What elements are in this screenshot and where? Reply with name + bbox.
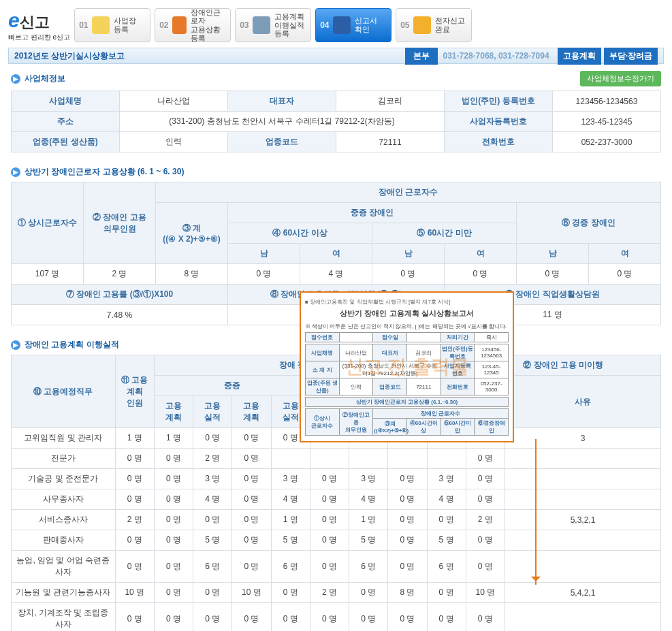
edit-company-button[interactable]: 사업체정보수정가기: [580, 71, 661, 86]
table-row: 판매종사자0 명0 명5 명0 명5 명0 명5 명0 명5 명0 명: [12, 530, 661, 551]
step-01[interactable]: 01사업장등록: [74, 8, 150, 42]
table-row: 장치, 기계조작 및 조립종사자0 명0 명0 명0 명0 명0 명0 명0 명…: [12, 603, 661, 632]
tab-employment-plan[interactable]: 고용계획: [558, 48, 601, 65]
table-row: 전문가0 명0 명2 명0 명0 명: [12, 449, 661, 469]
section-title-company: 사업체정보: [25, 73, 65, 84]
section-title-status: 상반기 장애인근로자 고용상황 (6. 1 ~ 6. 30): [25, 166, 184, 178]
tab-headquarters[interactable]: 본부: [405, 48, 438, 65]
table-row: 사무종사자0 명0 명4 명0 명4 명0 명4 명0 명4 명0 명: [12, 489, 661, 510]
worker-icon: [172, 16, 187, 34]
page-title: 2012년도 상반기실시상황보고: [14, 50, 125, 62]
step-05[interactable]: 05전자신고완료: [396, 8, 472, 42]
table-row: 기술공 및 준전문가0 명0 명3 명0 명3 명0 명3 명0 명3 명0 명: [12, 469, 661, 489]
callout-arrow: [535, 439, 537, 585]
print-preview-popup: ■ 장애인고용촉진 및 직업재활법 시행규칙 [별지 제7호 서식] 상반기 장…: [300, 291, 514, 442]
complete-icon: [413, 16, 431, 34]
table-row: 농업, 임업 및 어업 숙련종사자0 명0 명6 명0 명6 명0 명6 명0 …: [12, 551, 661, 583]
table-row: 기능원 및 관련기능종사자10 명0 명0 명10 명0 명2 명0 명8 명0…: [12, 583, 661, 603]
plan-icon: [253, 16, 270, 34]
workplace-icon: [92, 16, 110, 34]
section-bullet-icon: ▶: [11, 74, 20, 84]
company-info-table: 사업체명나라산업대표자김코리법인(주민) 등록번호123456-1234563 …: [11, 91, 661, 152]
table-row: 서비스종사자2 명0 명0 명0 명1 명0 명1 명0 명0 명2 명5,3,…: [12, 510, 661, 530]
phone-numbers: 031-728-7068, 031-728-7094: [443, 51, 549, 61]
step-02[interactable]: 02장애인근로자고용상황등록: [155, 8, 231, 42]
section-bullet-icon: ▶: [11, 340, 20, 350]
logo: e신고 빠르고 편리한 e신고: [8, 9, 70, 42]
section-title-performance: 장애인 고용계획 이행실적: [25, 339, 119, 351]
confirm-icon: [333, 16, 351, 34]
step-04[interactable]: 04신고서확인: [315, 8, 391, 42]
step-03[interactable]: 03고용계획이행실적등록: [235, 8, 311, 42]
section-bullet-icon: ▶: [11, 167, 20, 177]
tab-incentive[interactable]: 부담·장려금: [604, 48, 658, 65]
